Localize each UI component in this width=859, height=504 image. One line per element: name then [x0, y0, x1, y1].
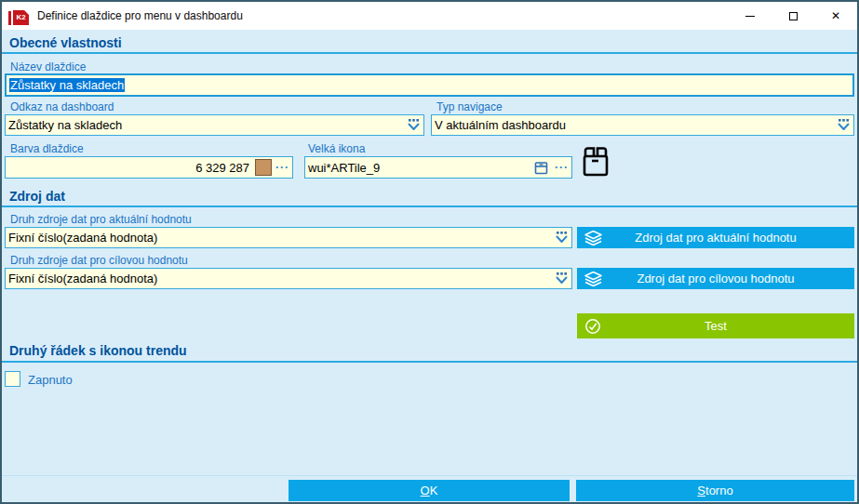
enabled-checkbox-label: Zapnuto [28, 373, 73, 387]
target-source-button[interactable]: Zdroj dat pro cílovou hodnotu [577, 268, 854, 289]
window-title: Definice dlaždice pro menu v dashboardu [37, 9, 243, 22]
big-icon-browse-button[interactable]: ··· [555, 161, 569, 174]
minimize-button[interactable] [729, 2, 772, 30]
section-data-source-title: Zdroj dat [9, 189, 65, 204]
big-icon-field[interactable]: wui*ARTile_9 ··· [304, 156, 572, 179]
dashboard-link-label: Odkaz na dashboard [10, 100, 114, 113]
test-button[interactable]: Test [577, 313, 854, 338]
ok-button[interactable]: OK [289, 480, 570, 501]
dropdown-icon[interactable] [837, 119, 851, 131]
tile-color-value: 6 329 287 [195, 161, 249, 175]
check-circle-icon [584, 318, 601, 335]
navigation-type-value: V aktuálním dashboardu [435, 118, 566, 132]
section-trend-title: Druhý řádek s ikonou trendu [9, 343, 187, 358]
section-general-title: Obecné vlastnosti [9, 35, 122, 50]
footer-separator [2, 475, 857, 476]
close-button[interactable]: ✕ [814, 2, 857, 30]
test-button-label: Test [705, 319, 727, 333]
dropdown-icon[interactable] [555, 232, 569, 244]
current-source-button-label: Zdroj dat pro aktuální hodnotu [635, 231, 796, 245]
k2-logo-icon: K2 [8, 7, 29, 25]
section-trend-rule [2, 361, 857, 363]
navigation-type-label: Typ navigace [436, 100, 503, 113]
big-icon-label: Velká ikona [308, 142, 365, 155]
target-source-type-combo[interactable]: Fixní číslo(zadaná hodnota) [5, 268, 572, 289]
tile-color-field[interactable]: 6 329 287 ··· [5, 156, 293, 179]
ok-button-label: OK [421, 484, 438, 497]
current-source-button[interactable]: Zdroj dat pro aktuální hodnotu [577, 227, 854, 248]
section-data-source-rule [2, 206, 857, 207]
enabled-checkbox[interactable] [5, 371, 20, 387]
dropdown-icon[interactable] [407, 119, 421, 131]
layers-icon [584, 230, 602, 245]
dashboard-link-value: Zůstatky na skladech [8, 118, 122, 132]
current-source-type-value: Fixní číslo(zadaná hodnota) [8, 231, 157, 245]
close-icon: ✕ [831, 10, 840, 21]
target-source-type-value: Fixní číslo(zadaná hodnota) [8, 272, 157, 285]
minimize-icon [745, 16, 755, 17]
layers-icon [584, 271, 602, 286]
current-source-type-combo[interactable]: Fixní číslo(zadaná hodnota) [5, 227, 572, 248]
section-general-rule [2, 52, 857, 54]
cancel-button-label: Storno [697, 484, 732, 497]
dashboard-link-combo[interactable]: Zůstatky na skladech [5, 114, 424, 136]
maximize-button[interactable] [772, 2, 814, 30]
current-source-type-label: Druh zdroje dat pro aktuální hodnotu [10, 213, 192, 226]
color-swatch[interactable] [255, 159, 272, 176]
dialog-window: K2 Definice dlaždice pro menu v dashboar… [0, 0, 859, 504]
tile-name-input[interactable]: Zůstatky na skladech [5, 73, 854, 97]
cancel-button[interactable]: Storno [576, 480, 854, 501]
k2-logo-text: K2 [13, 10, 29, 25]
target-source-button-label: Zdroj dat pro cílovou hodnotu [637, 272, 794, 285]
tile-icon-preview-box-icon [581, 145, 611, 181]
navigation-type-combo[interactable]: V aktuálním dashboardu [431, 114, 854, 136]
titlebar: K2 Definice dlaždice pro menu v dashboar… [2, 2, 857, 30]
tile-name-label: Název dlaždice [10, 60, 86, 73]
maximize-icon [789, 12, 798, 20]
icon-picker-icon[interactable] [534, 161, 548, 175]
dropdown-icon[interactable] [555, 272, 569, 285]
tile-color-label: Barva dlaždice [10, 142, 84, 155]
tile-color-browse-button[interactable]: ··· [275, 161, 289, 174]
target-source-type-label: Druh zdroje dat pro cílovou hodnotu [10, 254, 188, 267]
tile-name-value: Zůstatky na skladech [9, 78, 125, 92]
big-icon-value: wui*ARTile_9 [308, 161, 380, 175]
